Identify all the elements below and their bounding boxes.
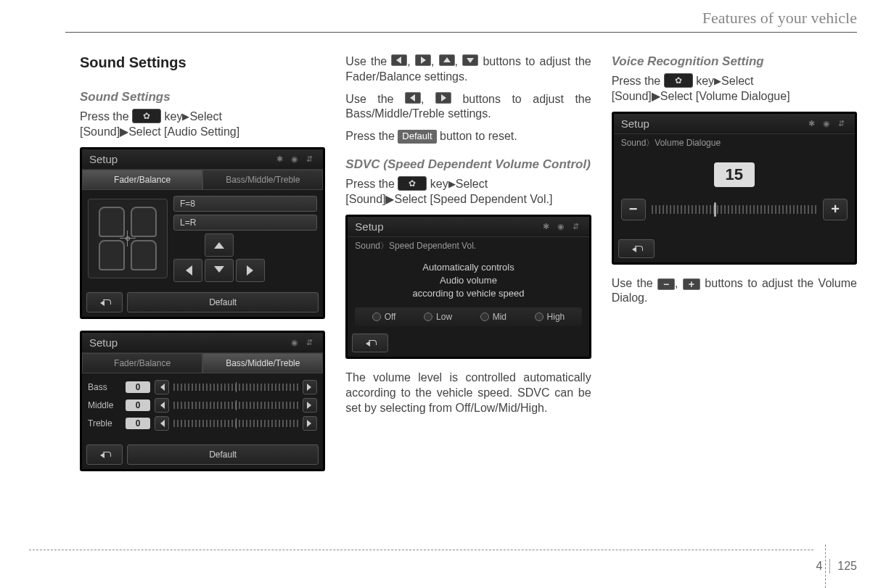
left-arrow-icon bbox=[391, 54, 407, 66]
tab-fader-balance[interactable]: Fader/Balance bbox=[82, 353, 202, 373]
eq-row-middle: Middle 0 bbox=[88, 398, 317, 413]
section-heading: Sound Settings bbox=[80, 54, 325, 71]
screenshot-sdvc: Setup ✱ ◉ ⇵ Sound〉Speed Dependent Vol. A… bbox=[345, 215, 591, 360]
screen-footer: Default bbox=[82, 440, 323, 469]
subsection-voice-recognition: Voice Recognition Setting bbox=[612, 54, 857, 69]
back-icon bbox=[97, 450, 112, 459]
screen-titlebar: Setup ✱ ◉ ⇵ bbox=[614, 114, 855, 134]
fader-value: F=8 bbox=[173, 196, 317, 212]
sdvc-option-high[interactable]: High bbox=[535, 312, 565, 322]
volume-plus-button[interactable]: + bbox=[823, 199, 848, 220]
screen-titlebar: Setup ◉ ⇵ bbox=[82, 333, 323, 353]
fader-controls: F=8 L=R bbox=[173, 196, 317, 282]
arrow-icon: ▶ bbox=[182, 111, 189, 122]
text: Select bbox=[456, 178, 488, 190]
eq-body: Bass 0 Middle 0 Treble 0 bbox=[82, 373, 323, 440]
back-button[interactable] bbox=[86, 292, 123, 312]
eq-increase-button[interactable] bbox=[303, 380, 317, 394]
seat-front-left bbox=[99, 207, 125, 237]
eq-increase-button[interactable] bbox=[303, 398, 317, 413]
volume-minus-button[interactable]: − bbox=[621, 199, 646, 220]
sdvc-options: Off Low Mid High bbox=[355, 307, 581, 326]
default-button[interactable]: Default bbox=[127, 292, 319, 312]
sdvc-explanation: The volume level is controlled automatic… bbox=[345, 370, 591, 415]
volume-track[interactable] bbox=[652, 205, 817, 214]
instruction-volume-buttons: Use the −, + buttons to adjust the Volum… bbox=[612, 276, 857, 307]
back-icon bbox=[97, 298, 112, 307]
screen-titlebar: Setup ✱ ◉ ⇵ bbox=[82, 149, 323, 170]
arrow-down-button[interactable] bbox=[205, 259, 234, 282]
eq-label: Middle bbox=[88, 400, 121, 410]
arrow-left-button[interactable] bbox=[173, 259, 202, 282]
seat-front-right bbox=[131, 207, 157, 237]
option-label: High bbox=[547, 312, 565, 322]
column-3: Voice Recognition Setting Press the ✿ ke… bbox=[612, 54, 857, 483]
up-arrow-icon bbox=[439, 54, 455, 66]
eq-decrease-button[interactable] bbox=[155, 416, 169, 431]
screenshot-eq: Setup ◉ ⇵ Fader/Balance Bass/Middle/Treb… bbox=[80, 331, 325, 471]
screen-title: Setup bbox=[621, 117, 649, 130]
eq-increase-button[interactable] bbox=[303, 416, 317, 431]
instruction-fader-buttons: Use the , , , buttons to adjust the Fade… bbox=[345, 54, 591, 85]
plus-icon: + bbox=[683, 278, 700, 290]
text: button to reset. bbox=[440, 130, 517, 142]
sdvc-option-low[interactable]: Low bbox=[424, 312, 452, 322]
arrow-right-button[interactable] bbox=[236, 259, 265, 282]
option-label: Off bbox=[385, 312, 396, 322]
back-button[interactable] bbox=[86, 444, 123, 465]
page-header: Features of your vehicle bbox=[0, 0, 886, 28]
text: Automatically controls bbox=[422, 262, 514, 273]
screen-footer bbox=[614, 235, 855, 262]
option-label: Low bbox=[436, 312, 452, 322]
sdvc-description: Automatically controls Audio volume acco… bbox=[355, 261, 581, 301]
sdvc-option-mid[interactable]: Mid bbox=[480, 312, 506, 322]
minus-icon: − bbox=[657, 278, 675, 290]
instruction-eq-buttons: Use the , buttons to adjust the Bass/Mid… bbox=[345, 92, 591, 123]
status-icons: ✱ ◉ ⇵ bbox=[808, 119, 848, 128]
fader-body: F=8 L=R bbox=[82, 190, 323, 288]
down-arrow-icon bbox=[462, 54, 478, 66]
text: according to vehicle speed bbox=[413, 288, 525, 299]
gear-key-icon: ✿ bbox=[398, 176, 427, 191]
screen-footer bbox=[348, 329, 588, 357]
status-icons: ✱ ◉ ⇵ bbox=[543, 222, 582, 231]
eq-decrease-button[interactable] bbox=[155, 380, 169, 394]
column-1: Sound Settings Sound Settings Press the … bbox=[80, 54, 325, 483]
text: key bbox=[696, 75, 714, 87]
default-label-icon: Default bbox=[398, 130, 436, 144]
eq-row-bass: Bass 0 bbox=[88, 380, 317, 394]
arrow-up-button[interactable] bbox=[205, 233, 234, 257]
text: Press the bbox=[345, 130, 398, 142]
tab-bass-middle-treble[interactable]: Bass/Middle/Treble bbox=[202, 170, 323, 190]
subsection-sdvc: SDVC (Speed Dependent Volume Control) bbox=[345, 157, 591, 172]
screen-tabs: Fader/Balance Bass/Middle/Treble bbox=[82, 353, 323, 373]
back-button[interactable] bbox=[618, 239, 655, 258]
eq-label: Treble bbox=[88, 418, 121, 428]
option-label: Mid bbox=[493, 312, 506, 322]
text: Select bbox=[189, 110, 221, 123]
eq-value: 0 bbox=[126, 381, 150, 393]
tab-bass-middle-treble[interactable]: Bass/Middle/Treble bbox=[202, 353, 323, 373]
tab-fader-balance[interactable]: Fader/Balance bbox=[82, 170, 202, 190]
right-arrow-icon bbox=[415, 54, 431, 66]
seat-diagram[interactable] bbox=[88, 199, 168, 278]
instruction-press-key-3: Press the ✿ key▶Select [Sound]▶Select [V… bbox=[612, 73, 857, 104]
radio-icon bbox=[424, 312, 432, 321]
back-icon bbox=[629, 244, 644, 253]
screen-titlebar: Setup ✱ ◉ ⇵ bbox=[348, 217, 588, 237]
arrow-pad bbox=[173, 233, 317, 282]
footer-separator bbox=[829, 559, 830, 573]
sdvc-option-off[interactable]: Off bbox=[372, 312, 396, 322]
text: Use the bbox=[345, 55, 391, 67]
breadcrumb: Sound〉Speed Dependent Vol. bbox=[348, 237, 588, 255]
content-columns: Sound Settings Sound Settings Press the … bbox=[0, 33, 886, 483]
seat-rear-left bbox=[99, 240, 125, 270]
instruction-press-key-1: Press the ✿ key▶Select [Sound]▶Select [A… bbox=[80, 109, 325, 140]
section-number: 4 bbox=[816, 560, 822, 573]
eq-decrease-button[interactable] bbox=[155, 398, 169, 413]
instruction-default: Press the Default button to reset. bbox=[345, 129, 591, 144]
balance-value: L=R bbox=[173, 215, 317, 231]
radio-icon bbox=[535, 312, 544, 321]
back-button[interactable] bbox=[352, 334, 388, 352]
default-button[interactable]: Default bbox=[127, 444, 319, 465]
